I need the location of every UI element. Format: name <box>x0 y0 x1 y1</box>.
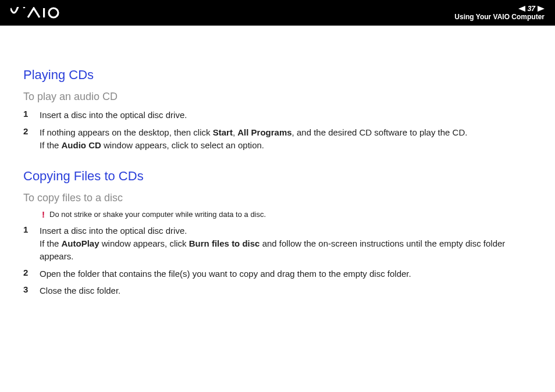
subheading-play-audio-cd: To play an audio CD <box>23 91 532 103</box>
copying-files-steps: 1 Insert a disc into the optical disc dr… <box>23 224 532 297</box>
step-row: 1 Insert a disc into the optical disc dr… <box>23 109 532 122</box>
page-content: Playing CDs To play an audio CD 1 Insert… <box>0 26 555 297</box>
header-right: 37 Using Your VAIO Computer <box>454 5 545 21</box>
step-number: 1 <box>23 109 40 119</box>
vaio-logo <box>10 7 62 19</box>
step-row: 3 Close the disc folder. <box>23 284 532 297</box>
step-text: Insert a disc into the optical disc driv… <box>40 224 532 262</box>
step-row: 2 If nothing appears on the desktop, the… <box>23 126 532 152</box>
vaio-logo-svg <box>10 7 62 19</box>
text-fragment: If the <box>40 238 62 248</box>
bold-text: Burn files to disc <box>189 238 260 248</box>
page-number: 37 <box>528 5 535 13</box>
bold-text: AutoPlay <box>62 238 99 248</box>
heading-playing-cds: Playing CDs <box>23 67 532 83</box>
bold-text: Audio CD <box>62 140 101 150</box>
subheading-copy-files: To copy files to a disc <box>23 192 532 204</box>
step-number: 3 <box>23 284 40 294</box>
step-text: If nothing appears on the desktop, then … <box>40 126 467 152</box>
bold-text: All Programs <box>237 127 291 137</box>
step-text: Insert a disc into the optical disc driv… <box>40 109 187 122</box>
heading-copying-files: Copying Files to CDs <box>23 169 532 184</box>
page-nav: 37 <box>518 5 545 13</box>
caution-note: ! Do not strike or shake your computer w… <box>42 210 532 219</box>
step-row: 1 Insert a disc into the optical disc dr… <box>23 224 532 262</box>
text-fragment: If the <box>40 140 62 150</box>
prev-page-arrow-icon[interactable] <box>518 6 525 12</box>
header-bar: 37 Using Your VAIO Computer <box>0 0 555 26</box>
text-fragment: , and the desired CD software to play th… <box>292 127 468 137</box>
text-fragment: If nothing appears on the desktop, then … <box>40 127 213 137</box>
caution-text: Do not strike or shake your computer whi… <box>49 210 266 219</box>
step-text: Open the folder that contains the file(s… <box>40 268 411 280</box>
header-section-title: Using Your VAIO Computer <box>454 13 545 21</box>
step-text: Close the disc folder. <box>40 284 120 297</box>
step-number: 2 <box>23 126 40 136</box>
playing-cds-steps: 1 Insert a disc into the optical disc dr… <box>23 109 532 151</box>
step-number: 2 <box>23 268 40 277</box>
text-fragment: window appears, click to select an optio… <box>101 140 264 150</box>
bold-text: Start <box>213 127 233 137</box>
caution-icon: ! <box>42 210 45 219</box>
text-fragment: window appears, click <box>99 238 189 248</box>
next-page-arrow-icon[interactable] <box>538 6 545 12</box>
text-fragment: , <box>233 127 237 137</box>
text-fragment: Insert a disc into the optical disc driv… <box>40 226 187 236</box>
step-number: 1 <box>23 224 40 234</box>
svg-rect-0 <box>43 8 45 17</box>
svg-point-1 <box>49 8 58 17</box>
step-row: 2 Open the folder that contains the file… <box>23 268 532 280</box>
